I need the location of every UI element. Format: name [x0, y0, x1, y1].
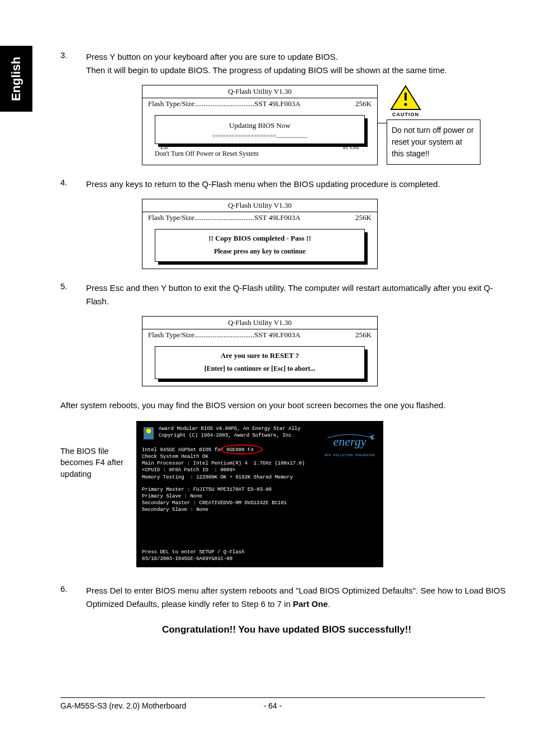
completed-line-1: !! Copy BIOS completed - Pass !!	[159, 234, 361, 243]
red-highlight-circle	[220, 444, 263, 454]
content-area: 3. Press Y button on your keyboard after…	[60, 50, 513, 663]
congratulations: Congratulation!! You have updated BIOS s…	[60, 624, 513, 635]
flash-size-value: 256K	[355, 99, 372, 108]
post-d1: Primary Master : FUJITSU MPE3170AT ED-03…	[142, 486, 378, 493]
award-logo-icon	[142, 425, 155, 441]
svg-point-2	[404, 103, 407, 106]
bios-post-screen: Award Modular BIOS v6.00PG, An Energy St…	[136, 421, 383, 567]
step-number: 5.	[60, 281, 86, 308]
qflash-figure-3: Q-Flash Utility V1.30 Flash Type/Size...…	[60, 316, 513, 386]
page: English 3. Press Y button on your keyboa…	[0, 0, 533, 756]
flash-size-value: 256K	[355, 213, 372, 222]
updating-progress: >>>>>>>>>>>>>>>>>>>>....................…	[158, 132, 362, 139]
post-l1a: Intel 845GE AGPSet BIOS	[142, 447, 215, 453]
caution-block: CAUTION Do not turn off power or reset y…	[387, 85, 480, 165]
qflash-figure-1: Q-Flash Utility V1.30 Flash Type/Size...…	[60, 85, 513, 165]
step-number: 6.	[60, 584, 86, 611]
caution-label: CAUTION	[387, 112, 425, 117]
svg-text:energy: energy	[333, 434, 366, 448]
post-d2: Primary Slave : None	[142, 493, 378, 500]
post-foot-1: Press DEL to enter SETUP / Q-Flash	[142, 549, 245, 556]
qflash-box-reset: Q-Flash Utility V1.30 Flash Type/Size...…	[142, 316, 378, 386]
qflash-title: Q-Flash Utility V1.30	[142, 317, 377, 329]
step-3: 3. Press Y button on your keyboard after…	[60, 50, 513, 77]
post-l4: <CPUID : 0F0A Patch ID : 0009>	[142, 467, 378, 473]
step-3-line-2: Then it will begin to update BIOS. The p…	[86, 65, 447, 75]
footer-model: GA-M55S-S3 (rev. 2.0) Motherboard	[60, 701, 239, 710]
step-text: Press Y button on your keyboard after yo…	[86, 50, 513, 77]
energy-sub-label: EPA POLLUTION PREVENTER	[322, 453, 378, 458]
qflash-box-completed: Q-Flash Utility V1.30 Flash Type/Size...…	[142, 199, 378, 269]
post-side-label: The BIOS file becomes F4 after updating	[60, 421, 132, 480]
step-5: 5. Press Esc and then Y button to exit t…	[60, 281, 513, 308]
step-text: Press any keys to return to the Q-Flash …	[86, 178, 513, 191]
step-6: 6. Press Del to enter BIOS menu after sy…	[60, 584, 513, 611]
step-number: 3.	[60, 50, 86, 77]
post-l5: Memory Testing : 122880K OK + 8192K Shar…	[142, 474, 378, 481]
flash-size-value: 256K	[355, 331, 372, 339]
svg-point-4	[146, 428, 151, 434]
flash-type-size: Flash Type/Size.........................…	[148, 99, 301, 108]
language-tab: English	[0, 46, 32, 112]
updating-dialog: Updating BIOS Now >>>>>>>>>>>>>>>>>>>>..…	[155, 115, 365, 144]
post-d3: Secondary Master : CREATIVEDVD-RM DVD124…	[142, 500, 378, 506]
step-4: 4. Press any keys to return to the Q-Fla…	[60, 178, 513, 191]
step-text: Press Del to enter BIOS menu after syste…	[86, 584, 513, 611]
flash-type-size: Flash Type/Size.........................…	[148, 213, 301, 222]
step-6-bold: Part One	[293, 599, 328, 609]
reset-line-2: [Enter] to continure or [Esc] to abort..…	[159, 365, 361, 373]
dont-turn-off: Don't Turn Off Power or Reset System	[155, 150, 365, 158]
caution-note: Do not turn off power or reset your syst…	[387, 119, 480, 165]
svg-marker-6	[370, 434, 375, 440]
post-d4: Secondary Slave : None	[142, 506, 378, 513]
energy-star-block: energy EPA POLLUTION PREVENTER	[322, 433, 378, 458]
caution-icon: CAUTION	[387, 85, 425, 117]
caution-connector-line	[378, 123, 387, 123]
step-number: 4.	[60, 178, 86, 191]
page-footer: GA-M55S-S3 (rev. 2.0) Motherboard - 64 -	[60, 697, 485, 710]
qflash-title: Q-Flash Utility V1.30	[142, 85, 377, 98]
energy-star-icon: energy	[322, 433, 378, 452]
qflash-title: Q-Flash Utility V1.30	[142, 199, 377, 212]
footer-page-number: - 64 -	[239, 701, 306, 710]
updating-title: Updating BIOS Now	[158, 121, 362, 130]
post-foot-2: 03/18/2003-I845GE-6A69YG01C-00	[142, 556, 245, 562]
reset-line-1: Are you sure to RESET ?	[159, 351, 361, 360]
post-l3: Main Processor : Intel Pentium(R) 4 1.7G…	[142, 460, 378, 467]
completed-dialog: !! Copy BIOS completed - Pass !! Please …	[155, 229, 365, 262]
post-screen-figure: The BIOS file becomes F4 after updating …	[60, 421, 513, 567]
post-header-1: Award Modular BIOS v6.00PG, An Energy St…	[159, 425, 378, 432]
completed-line-2: Please press any key to continue	[159, 247, 361, 256]
after-reboot-text: After system reboots, you may find the B…	[60, 399, 513, 412]
step-text: Press Esc and then Y button to exit the …	[86, 281, 513, 308]
qflash-figure-2: Q-Flash Utility V1.30 Flash Type/Size...…	[60, 199, 513, 269]
qflash-box-updating: Q-Flash Utility V1.30 Flash Type/Size...…	[142, 85, 378, 165]
step-6-part-2: .	[328, 599, 330, 609]
reset-dialog: Are you sure to RESET ? [Enter] to conti…	[155, 346, 365, 379]
svg-rect-1	[404, 93, 407, 101]
step-3-line-1: Press Y button on your keyboard after yo…	[86, 52, 338, 61]
flash-type-size: Flash Type/Size.........................…	[148, 331, 301, 339]
